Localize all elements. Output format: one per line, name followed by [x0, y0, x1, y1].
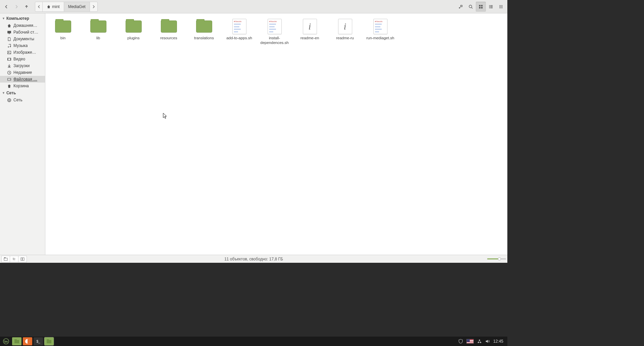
svg-rect-10: [489, 7, 490, 8]
svg-rect-41: [14, 339, 17, 340]
sidebar-item-filesystem[interactable]: Файловая …: [0, 76, 45, 83]
main-area: ▼Компьютер Домашняя…Рабочий ст…Документы…: [0, 13, 507, 255]
sidebar-header-computer[interactable]: ▼Компьютер: [0, 15, 45, 22]
network-icon: [7, 98, 11, 102]
svg-point-12: [499, 5, 500, 6]
path-bar: mint MediaGet: [35, 2, 98, 12]
svg-text:lm: lm: [4, 340, 8, 343]
taskbar-app-files-active[interactable]: [44, 337, 54, 345]
sidebar-item-label: Корзина: [13, 84, 29, 88]
svg-point-24: [10, 46, 11, 47]
sidebar-item-home[interactable]: Домашняя…: [0, 22, 45, 29]
file-item[interactable]: plugins: [116, 17, 151, 47]
svg-point-14: [502, 5, 502, 6]
file-item[interactable]: lib: [81, 17, 116, 47]
svg-rect-40: [14, 340, 19, 343]
file-name-label: readme-en: [301, 36, 319, 40]
file-item[interactable]: #!/bin/sh━━━━━━━━━━━━━━━━━install-depend…: [257, 17, 292, 47]
file-view[interactable]: binlibpluginsresourcestranslations#!/bin…: [45, 13, 507, 255]
path-segment-current[interactable]: MediaGet: [64, 2, 90, 11]
path-segment-parent[interactable]: mint: [43, 2, 64, 11]
sidebar-header-network[interactable]: ▼Сеть: [0, 89, 45, 97]
shield-icon[interactable]: [458, 339, 463, 344]
folder-icon: [161, 20, 177, 33]
clock[interactable]: 12:45: [493, 339, 503, 344]
svg-point-1: [469, 5, 472, 8]
script-file-icon: #!/bin/sh━━━━━━━━━━━━━━━━━: [232, 19, 246, 34]
sidebar-item-label: Документы: [13, 37, 34, 41]
svg-rect-35: [4, 257, 6, 258]
sidebar-item-trash[interactable]: Корзина: [0, 83, 45, 89]
statusbar-btn-2[interactable]: tc: [10, 256, 18, 262]
file-item[interactable]: bin: [45, 17, 81, 47]
sidebar-item-music[interactable]: Музыка: [0, 42, 45, 49]
start-menu-button[interactable]: lm: [1, 337, 11, 345]
statusbar-text: 11 объектов, свободно: 17,8 ГБ: [224, 257, 283, 261]
script-file-icon: #!/bin/sh━━━━━━━━━━━━━━━━━: [268, 19, 282, 34]
file-item[interactable]: #!/bin/sh━━━━━━━━━━━━━━━━━run-mediaget.s…: [363, 17, 398, 47]
path-prev-button[interactable]: [35, 2, 43, 11]
script-file-icon: #!/bin/sh━━━━━━━━━━━━━━━━━: [373, 19, 387, 34]
file-item[interactable]: translations: [186, 17, 222, 47]
svg-rect-8: [489, 6, 490, 7]
taskbar-app-files[interactable]: [12, 337, 21, 345]
list-view-button[interactable]: [486, 2, 496, 12]
trash-icon: [7, 84, 11, 88]
path-current-label: MediaGet: [68, 4, 86, 9]
svg-point-20: [502, 7, 502, 8]
sidebar-item-documents[interactable]: Документы: [0, 36, 45, 42]
search-button[interactable]: [466, 2, 476, 12]
text-file-icon: i: [338, 19, 352, 34]
recent-icon: [7, 70, 11, 75]
forward-button[interactable]: [11, 2, 21, 12]
sidebar-item-network[interactable]: Сеть: [0, 97, 45, 103]
sidebar-item-recent[interactable]: Недавние: [0, 69, 45, 76]
keyboard-layout-indicator[interactable]: [466, 339, 474, 344]
svg-point-16: [501, 6, 501, 7]
sidebar-item-label: Сеть: [13, 98, 22, 102]
svg-rect-0: [461, 5, 462, 6]
svg-point-15: [499, 6, 500, 7]
path-next-button[interactable]: [90, 2, 97, 11]
back-button[interactable]: [1, 2, 11, 12]
sidebar-item-label: Загрузки: [13, 63, 30, 68]
network-icon[interactable]: [477, 339, 482, 344]
svg-rect-36: [21, 258, 22, 260]
sidebar-item-video[interactable]: Видео: [0, 56, 45, 62]
svg-rect-2: [479, 5, 480, 6]
svg-rect-29: [10, 58, 11, 60]
pictures-icon: [7, 50, 11, 55]
file-item[interactable]: #!/bin/sh━━━━━━━━━━━━━━━━━add-to-apps.sh: [222, 17, 257, 47]
icon-view-button[interactable]: [476, 2, 486, 12]
zoom-slider[interactable]: [487, 258, 506, 259]
file-name-label: install-dependences.sh: [258, 36, 291, 45]
svg-rect-34: [4, 258, 7, 260]
compact-view-button[interactable]: [496, 2, 506, 12]
system-tray: 12:45: [458, 339, 506, 344]
file-name-label: translations: [194, 36, 214, 40]
svg-rect-28: [7, 58, 8, 60]
sidebar-item-label: Изображе…: [13, 50, 36, 55]
svg-rect-4: [479, 7, 480, 8]
text-file-icon: i: [303, 19, 317, 34]
sidebar-item-downloads[interactable]: Загрузки: [0, 62, 45, 69]
toggle-location-button[interactable]: [456, 2, 466, 12]
sidebar-item-pictures[interactable]: Изображе…: [0, 49, 45, 56]
sidebar-item-desktop[interactable]: Рабочий ст…: [0, 29, 45, 36]
svg-rect-22: [8, 33, 9, 34]
up-button[interactable]: [21, 2, 32, 12]
file-name-label: add-to-apps.sh: [226, 36, 252, 40]
sidebar-item-label: Файловая …: [13, 77, 37, 82]
taskbar-app-terminal[interactable]: $_: [34, 337, 43, 345]
file-item[interactable]: ireadme-ru: [327, 17, 363, 47]
statusbar-btn-3[interactable]: [18, 256, 27, 262]
file-item[interactable]: resources: [151, 17, 186, 47]
taskbar-app-firefox[interactable]: [23, 337, 32, 345]
chevron-down-icon: ▼: [2, 91, 5, 95]
folder-icon: [196, 20, 212, 33]
folder-icon: [126, 20, 142, 33]
volume-icon[interactable]: [485, 339, 490, 344]
path-parent-label: mint: [52, 4, 60, 9]
statusbar-btn-1[interactable]: [1, 256, 10, 262]
file-item[interactable]: ireadme-en: [292, 17, 327, 47]
